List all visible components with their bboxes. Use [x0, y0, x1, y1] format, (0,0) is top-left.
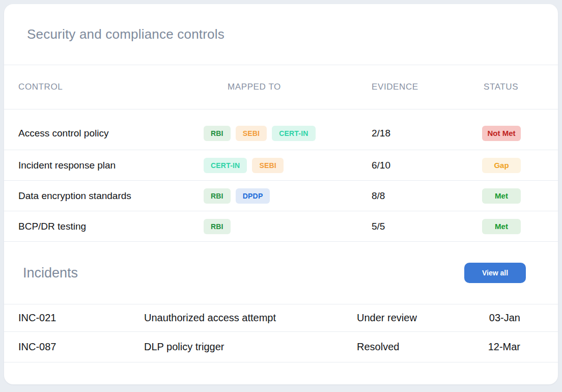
status-badge: Gap: [482, 158, 521, 173]
card-header: Security and compliance controls: [4, 4, 558, 65]
incident-date: 03-Jan: [482, 312, 558, 324]
framework-badge-rbi: RBI: [204, 188, 231, 204]
control-name: Access control policy: [4, 121, 204, 139]
incident-date: 12-Mar: [482, 341, 558, 353]
framework-badge-rbi: RBI: [204, 219, 231, 234]
incident-row: INC-087 DLP policy trigger Resolved 12-M…: [4, 332, 558, 362]
incidents-section-header: Incidents View all: [4, 242, 558, 304]
view-all-button[interactable]: View all: [464, 263, 526, 283]
framework-badge-sebi: SEBI: [252, 158, 283, 173]
mapped-to-badges: RBI: [204, 219, 356, 234]
table-row: Incident response plan CERT-IN SEBI 6/10…: [4, 150, 558, 181]
column-header-control: CONTROL: [4, 82, 204, 92]
controls-table-header: CONTROL MAPPED TO EVIDENCE STATUS: [4, 65, 558, 109]
control-name: BCP/DR testing: [4, 221, 204, 232]
evidence-count: 6/10: [356, 160, 468, 171]
table-row: Access control policy RBI SEBI CERT-IN 2…: [4, 109, 558, 150]
mapped-to-badges: RBI DPDP: [204, 188, 356, 204]
incident-id: INC-087: [4, 341, 144, 353]
column-header-status: STATUS: [468, 82, 558, 92]
table-row: Data encryption standards RBI DPDP 8/8 M…: [4, 181, 558, 211]
status-cell: Met: [468, 188, 558, 204]
incident-status: Under review: [357, 312, 482, 324]
incident-description: Unauthorized access attempt: [144, 312, 357, 324]
incident-status: Resolved: [357, 341, 482, 353]
incident-id: INC-021: [4, 312, 144, 324]
status-badge: Met: [482, 188, 521, 204]
status-badge: Not Met: [482, 126, 521, 141]
framework-badge-sebi: SEBI: [236, 126, 267, 141]
mapped-to-badges: RBI SEBI CERT-IN: [204, 119, 356, 141]
column-header-mapped-to: MAPPED TO: [204, 82, 356, 92]
evidence-count: 8/8: [356, 190, 468, 202]
status-badge: Met: [482, 219, 521, 234]
control-name: Incident response plan: [4, 160, 204, 171]
incidents-title: Incidents: [23, 265, 78, 281]
status-cell: Gap: [468, 158, 558, 173]
compliance-card: Security and compliance controls CONTROL…: [4, 4, 558, 384]
status-cell: Met: [468, 219, 558, 234]
evidence-count: 5/5: [356, 221, 468, 232]
page-title: Security and compliance controls: [27, 26, 224, 42]
mapped-to-badges: CERT-IN SEBI: [204, 158, 356, 173]
status-cell: Not Met: [468, 119, 558, 141]
framework-badge-rbi: RBI: [204, 126, 231, 141]
evidence-count: 2/18: [356, 121, 468, 139]
column-header-evidence: EVIDENCE: [356, 82, 468, 92]
incident-row: INC-021 Unauthorized access attempt Unde…: [4, 304, 558, 332]
framework-badge-certin: CERT-IN: [272, 126, 315, 141]
framework-badge-certin: CERT-IN: [204, 158, 247, 173]
table-row: BCP/DR testing RBI 5/5 Met: [4, 211, 558, 242]
framework-badge-dpdp: DPDP: [236, 188, 270, 204]
incident-description: DLP policy trigger: [144, 341, 357, 353]
control-name: Data encryption standards: [4, 190, 204, 202]
